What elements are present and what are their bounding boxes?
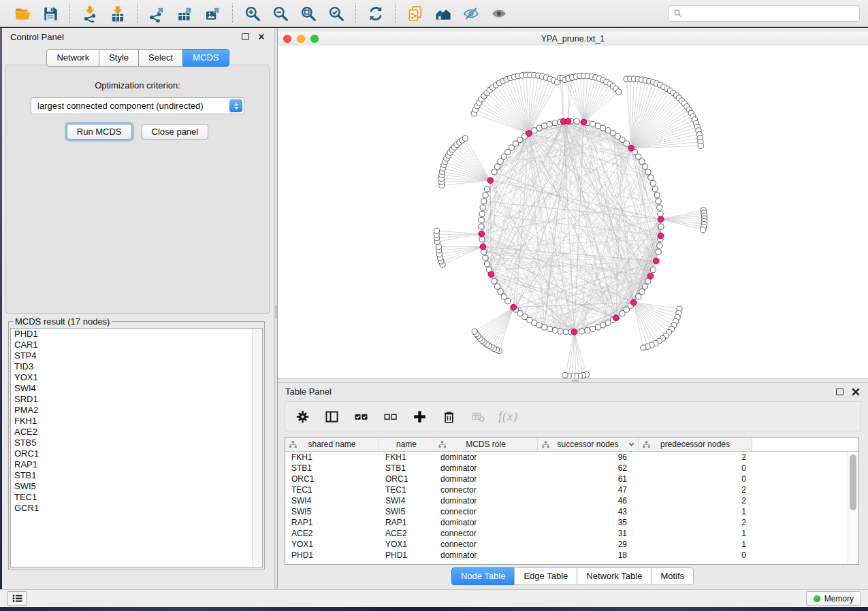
tab-network[interactable]: Network <box>46 49 99 67</box>
network-graph[interactable] <box>278 46 868 378</box>
column-header-predecessor-nodes[interactable]: predecessor nodes <box>639 437 752 451</box>
cell-name[interactable]: STB1 <box>379 463 434 473</box>
cell-name[interactable]: SWI4 <box>379 496 434 506</box>
table-row[interactable]: YOX1YOX1connector291 <box>285 539 858 550</box>
float-panel-button[interactable] <box>240 32 250 42</box>
cell-predecessor-nodes[interactable]: 0 <box>639 463 752 473</box>
vertical-splitter-handle[interactable] <box>275 305 277 318</box>
optimization-criterion-select[interactable]: largest connected component (undirected) <box>31 97 244 114</box>
table-row[interactable]: PHD1PHD1dominator180 <box>285 550 858 561</box>
mcds-result-item[interactable]: PHD1 <box>11 329 262 340</box>
mcds-result-item[interactable]: TID3 <box>11 361 262 372</box>
tab-motifs[interactable]: Motifs <box>651 567 694 585</box>
search-input[interactable] <box>686 8 854 19</box>
import-network-from-file-button[interactable] <box>76 2 103 24</box>
cell-MCDS-role[interactable]: connector <box>434 529 538 538</box>
add-row-button[interactable] <box>411 408 428 425</box>
import-table-from-file-button[interactable] <box>103 2 131 24</box>
cell-successor-nodes[interactable]: 29 <box>538 540 639 549</box>
mcds-result-item[interactable]: RAP1 <box>11 459 262 470</box>
column-header-MCDS-role[interactable]: MCDS role <box>434 437 538 451</box>
mcds-result-item[interactable]: CAR1 <box>11 340 262 350</box>
cell-predecessor-nodes[interactable]: 1 <box>639 507 752 516</box>
cell-successor-nodes[interactable]: 62 <box>538 463 639 473</box>
cell-successor-nodes[interactable]: 46 <box>538 496 639 506</box>
cell-shared-name[interactable]: ACE2 <box>285 529 379 538</box>
mcds-result-item[interactable]: SRD1 <box>11 394 262 405</box>
panel-menu-button[interactable] <box>7 591 27 606</box>
cell-successor-nodes[interactable]: 31 <box>538 529 639 538</box>
zoom-out-button[interactable] <box>266 2 294 24</box>
cell-MCDS-role[interactable]: connector <box>434 507 538 516</box>
mcds-result-item[interactable]: TEC1 <box>11 492 262 503</box>
cell-MCDS-role[interactable]: connector <box>434 485 538 495</box>
hide-selected-button[interactable] <box>457 2 485 24</box>
table-scrollbar[interactable] <box>848 452 858 564</box>
tab-network-table[interactable]: Network Table <box>577 567 652 585</box>
column-header-name[interactable]: name <box>379 437 434 451</box>
cell-successor-nodes[interactable]: 47 <box>538 485 639 495</box>
table-row[interactable]: ACE2ACE2connector311 <box>285 528 858 539</box>
cell-MCDS-role[interactable]: dominator <box>434 550 538 560</box>
cell-predecessor-nodes[interactable]: 2 <box>639 452 752 462</box>
mcds-result-item[interactable]: ACE2 <box>11 427 262 437</box>
cell-shared-name[interactable]: SWI4 <box>285 496 379 506</box>
mcds-result-item[interactable]: YOX1 <box>11 372 262 383</box>
run-mcds-button[interactable]: Run MCDS <box>67 124 132 139</box>
cell-shared-name[interactable]: FKH1 <box>285 452 379 462</box>
unselect-all-rows-button[interactable] <box>381 408 399 425</box>
table-options-button[interactable] <box>293 408 311 425</box>
table-row[interactable]: SWI4SWI4dominator462 <box>285 495 858 506</box>
close-table-panel-button[interactable] <box>851 387 861 397</box>
cell-name[interactable]: ORC1 <box>379 474 434 484</box>
search-box[interactable] <box>668 5 860 22</box>
select-all-rows-button[interactable] <box>352 408 370 425</box>
cell-name[interactable]: PHD1 <box>379 550 434 560</box>
cell-MCDS-role[interactable]: dominator <box>434 463 538 473</box>
cell-name[interactable]: ACE2 <box>379 529 434 538</box>
table-row[interactable]: STB1STB1dominator620 <box>285 463 858 474</box>
tab-select[interactable]: Select <box>138 49 183 67</box>
mcds-result-item[interactable]: SWI4 <box>11 383 262 394</box>
cell-successor-nodes[interactable]: 35 <box>538 518 639 527</box>
cell-MCDS-role[interactable]: connector <box>434 540 538 549</box>
tab-edge-table[interactable]: Edge Table <box>514 567 577 585</box>
network-canvas[interactable] <box>278 46 868 378</box>
cell-shared-name[interactable]: SWI5 <box>285 507 379 516</box>
cell-predecessor-nodes[interactable]: 2 <box>639 518 752 527</box>
cell-shared-name[interactable]: PHD1 <box>285 550 379 560</box>
cell-predecessor-nodes[interactable]: 1 <box>639 529 752 538</box>
float-table-panel-button[interactable] <box>835 387 844 397</box>
table-row[interactable]: FKH1FKH1dominator962 <box>285 452 858 463</box>
mcds-result-item[interactable]: PMA2 <box>11 405 262 416</box>
column-header-shared-name[interactable]: shared name <box>285 437 379 451</box>
node-table[interactable]: shared namename MCDS role successor node… <box>285 437 859 565</box>
first-neighbors-button[interactable] <box>429 2 457 24</box>
export-table-button[interactable] <box>171 2 199 24</box>
mcds-result-item[interactable]: FKH1 <box>11 416 262 427</box>
cell-name[interactable]: TEC1 <box>379 485 434 495</box>
close-panel-button-inline[interactable]: Close panel <box>142 124 209 139</box>
memory-button[interactable]: Memory <box>806 591 861 606</box>
cell-name[interactable]: FKH1 <box>379 452 434 462</box>
cell-MCDS-role[interactable]: dominator <box>434 496 538 506</box>
mcds-result-item[interactable]: GCR1 <box>11 503 262 514</box>
zoom-fit-content-button[interactable] <box>294 2 322 24</box>
cell-name[interactable]: SWI5 <box>379 507 434 516</box>
table-row[interactable]: RAP1RAP1dominator352 <box>285 517 858 528</box>
mcds-result-item[interactable]: ORC1 <box>11 448 262 459</box>
cell-predecessor-nodes[interactable]: 0 <box>639 474 752 484</box>
tab-style[interactable]: Style <box>99 49 139 67</box>
table-row[interactable]: SWI5SWI5connector431 <box>285 506 858 517</box>
open-file-button[interactable] <box>8 2 36 24</box>
close-panel-button[interactable] <box>257 32 266 42</box>
zoom-in-button[interactable] <box>238 2 266 24</box>
table-scrollbar-thumb[interactable] <box>850 455 856 510</box>
horizontal-splitter-handle[interactable] <box>572 380 579 382</box>
mcds-result-list[interactable]: PHD1CAR1STP4TID3YOX1SWI4SRD1PMA2FKH1ACE2… <box>10 328 263 567</box>
cell-successor-nodes[interactable]: 18 <box>538 550 639 560</box>
cell-successor-nodes[interactable]: 43 <box>538 507 639 516</box>
mcds-result-item[interactable]: STB1 <box>11 470 262 481</box>
tab-mcds[interactable]: MCDS <box>182 49 229 67</box>
export-network-button[interactable] <box>143 2 171 24</box>
